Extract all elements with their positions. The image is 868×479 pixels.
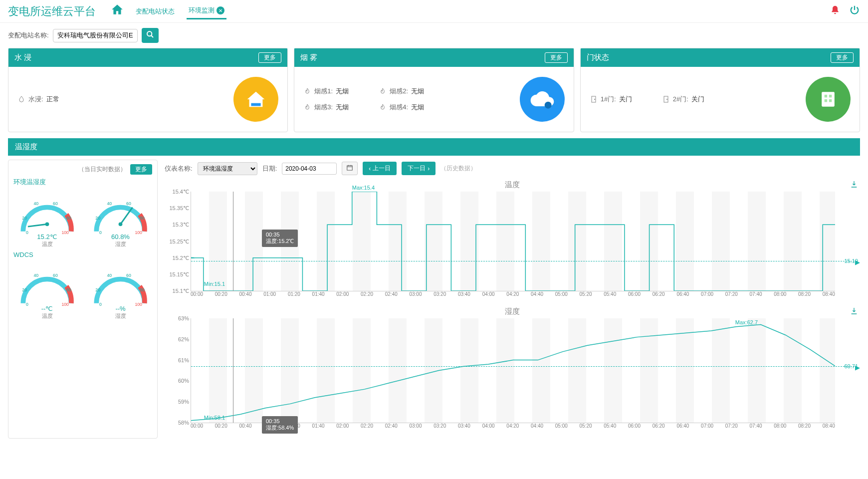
gauge-icon: 0 20 40 60 80 100 — [13, 190, 81, 240]
gauge-label: 温度 — [13, 312, 81, 320]
date-label: 日期: — [262, 164, 277, 173]
chart-title: 温度 — [165, 180, 860, 190]
door-icon — [590, 95, 598, 103]
gauge-group-1-title: 环境温湿度 — [13, 178, 152, 187]
card-title: 门状态 — [587, 53, 609, 62]
svg-rect-7 — [822, 92, 835, 106]
house-icon — [233, 77, 278, 122]
panel-title: 温湿度 — [8, 138, 860, 156]
arrow-right-icon: ▶ — [855, 364, 860, 369]
svg-point-41 — [191, 257, 195, 258]
svg-rect-8 — [825, 95, 828, 98]
svg-line-12 — [28, 224, 47, 227]
app-title: 变电所运维云平台 — [8, 4, 96, 19]
flame-icon — [379, 103, 387, 111]
arrow-right-icon: ▶ — [855, 258, 860, 263]
svg-text:60: 60 — [53, 201, 58, 206]
svg-text:20: 20 — [95, 287, 100, 292]
gauge-label: 湿度 — [87, 240, 154, 248]
svg-text:80: 80 — [66, 287, 71, 292]
tab-label: 环境监测 — [189, 6, 215, 15]
gauge-humid-2: 0 20 40 60 80 100 --% 湿度 — [87, 261, 154, 320]
more-button[interactable]: 更多 — [831, 52, 854, 63]
svg-rect-9 — [829, 95, 832, 98]
flame-icon — [303, 103, 311, 111]
bell-icon[interactable] — [830, 5, 840, 17]
gauge-label: 温度 — [13, 240, 81, 248]
svg-rect-11 — [829, 99, 832, 102]
svg-point-2 — [544, 102, 551, 109]
svg-text:60: 60 — [53, 273, 58, 278]
gauge-icon: 0 20 40 60 80 100 — [13, 261, 81, 311]
meter-select[interactable]: 环境温湿度 — [198, 162, 257, 175]
prev-day-button[interactable]: ‹上一日 — [363, 162, 397, 175]
svg-text:20: 20 — [22, 216, 27, 221]
water-drop-icon — [17, 95, 25, 103]
more-button[interactable]: 更多 — [130, 164, 152, 175]
history-hint: （历史数据） — [440, 164, 476, 173]
chart-humidity: 湿度 Max:62.7 Min:58.1 60.71 ▶ 00:35 湿度:58… — [165, 307, 860, 429]
svg-text:40: 40 — [107, 273, 112, 278]
tab-env-monitor[interactable]: 环境监测 ✕ — [187, 3, 226, 19]
svg-text:100: 100 — [135, 230, 142, 235]
min-label: Min:58.1 — [204, 415, 225, 421]
svg-rect-10 — [825, 99, 828, 102]
smoke-3: 烟感3:无烟 — [303, 103, 349, 112]
svg-text:40: 40 — [107, 201, 112, 206]
date-input[interactable] — [282, 163, 337, 175]
door-2: 2#门:关门 — [662, 95, 704, 104]
svg-text:0: 0 — [99, 302, 102, 307]
close-icon[interactable]: ✕ — [217, 6, 224, 14]
gauge-group-2-title: WDCS — [13, 251, 152, 258]
chart-tooltip: 00:35 湿度:58.4% — [262, 416, 298, 434]
smoke-4: 烟感4:无烟 — [379, 103, 424, 112]
max-label: Max:15.4 — [352, 185, 375, 191]
download-icon[interactable] — [850, 180, 858, 190]
svg-text:0: 0 — [26, 302, 28, 307]
next-day-button[interactable]: 下一日› — [402, 162, 435, 175]
gauge-temp-1: 0 20 40 60 80 100 15.2℃ 温度 — [13, 190, 81, 248]
cloud-icon — [520, 77, 565, 122]
chart-plot[interactable]: Max:15.4 Min:15.1 15.19 ▶ 00:35 温度:15.2℃… — [191, 192, 835, 291]
svg-rect-40 — [347, 166, 353, 170]
gauge-humid-1: 0 20 40 60 80 100 60.8% 湿度 — [87, 190, 154, 248]
gauge-label: 湿度 — [87, 312, 154, 320]
realtime-hint: （当日实时数据） — [78, 165, 126, 174]
card-door: 门状态 更多 1#门:关门 2#门:关门 — [580, 48, 860, 132]
max-label: Max:62.7 — [735, 319, 758, 325]
svg-point-6 — [666, 99, 667, 99]
door-icon — [662, 95, 670, 103]
gauge-temp-2: 0 20 40 60 80 100 --℃ 温度 — [13, 261, 81, 320]
svg-point-4 — [594, 99, 595, 99]
more-button[interactable]: 更多 — [545, 52, 568, 63]
download-icon[interactable] — [850, 307, 858, 316]
svg-text:0: 0 — [99, 230, 102, 235]
svg-text:60: 60 — [126, 273, 131, 278]
gauges-block: （当日实时数据） 更多 环境温湿度 0 20 40 60 80 — [8, 160, 158, 439]
svg-text:20: 20 — [95, 216, 100, 221]
building-icon — [806, 77, 851, 122]
chevron-right-icon: › — [428, 165, 430, 172]
home-icon[interactable] — [111, 3, 124, 19]
chart-plot[interactable]: Max:62.7 Min:58.1 60.71 ▶ 00:35 湿度:58.4%… — [191, 318, 835, 423]
card-title: 水 浸 — [14, 53, 31, 62]
more-button[interactable]: 更多 — [258, 52, 281, 63]
chevron-left-icon: ‹ — [369, 165, 371, 172]
search-button[interactable] — [142, 28, 159, 43]
svg-text:80: 80 — [140, 216, 145, 221]
station-name-input[interactable] — [53, 29, 138, 42]
svg-text:0: 0 — [26, 230, 28, 235]
water-status: 水浸: 正常 — [17, 95, 59, 104]
calendar-button[interactable] — [342, 162, 358, 175]
svg-text:80: 80 — [66, 216, 71, 221]
svg-text:40: 40 — [34, 273, 39, 278]
svg-rect-1 — [251, 103, 261, 106]
power-icon[interactable] — [849, 4, 860, 18]
card-title: 烟 雾 — [300, 53, 317, 62]
tab-station-status[interactable]: 变配电站状态 — [134, 3, 177, 19]
chart-temperature: 温度 Max:15.4 Min:15.1 15.19 ▶ 00:35 温度:15… — [165, 180, 860, 297]
smoke-2: 烟感2:无烟 — [379, 87, 424, 96]
gauge-icon: 0 20 40 60 80 100 — [87, 261, 154, 311]
svg-point-21 — [119, 222, 123, 226]
svg-text:60: 60 — [126, 201, 131, 206]
